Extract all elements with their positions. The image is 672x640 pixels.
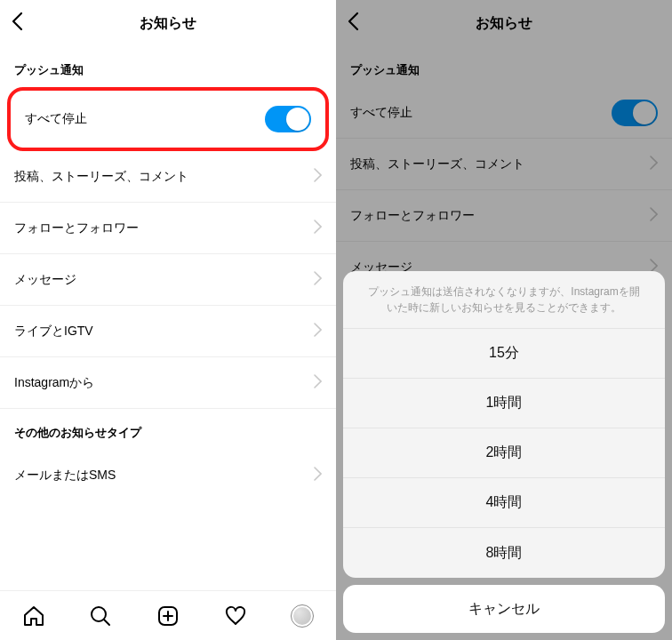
row-label: Instagramから: [14, 375, 94, 391]
chevron-left-icon: [11, 12, 23, 31]
heart-icon: [224, 604, 247, 628]
back-button[interactable]: [11, 12, 23, 35]
row-label: メッセージ: [14, 272, 76, 288]
screen-left: お知らせ プッシュ通知 すべて停止 投稿、ストーリーズ、コメント フォローとフォ…: [0, 0, 336, 640]
row-label: メールまたはSMS: [14, 468, 116, 484]
search-icon: [89, 604, 112, 628]
header: お知らせ: [0, 0, 336, 46]
plus-square-icon: [156, 604, 180, 628]
settings-list: プッシュ通知 すべて停止 投稿、ストーリーズ、コメント フォローとフォロワー メ…: [0, 46, 336, 590]
sheet-cancel-button[interactable]: キャンセル: [343, 585, 665, 633]
toggle-pause-all[interactable]: [265, 106, 311, 132]
sheet-message: プッシュ通知は送信されなくなりますが、Instagramを開いた時に新しいお知ら…: [343, 271, 665, 329]
sheet-option-8h[interactable]: 8時間: [343, 528, 665, 578]
sheet-option-1h[interactable]: 1時間: [343, 379, 665, 428]
page-title: お知らせ: [140, 14, 196, 33]
section-header-push: プッシュ通知: [0, 46, 336, 87]
chevron-right-icon: [314, 467, 322, 484]
row-label: フォローとフォロワー: [14, 220, 139, 236]
row-follow[interactable]: フォローとフォロワー: [0, 203, 336, 254]
tab-home[interactable]: [14, 596, 53, 636]
chevron-right-icon: [314, 168, 322, 186]
row-from-instagram[interactable]: Instagramから: [0, 357, 336, 409]
tab-activity[interactable]: [216, 596, 255, 636]
profile-avatar-icon: [291, 604, 314, 628]
row-live[interactable]: ライブとIGTV: [0, 306, 336, 357]
action-sheet: プッシュ通知は送信されなくなりますが、Instagramを開いた時に新しいお知ら…: [343, 271, 665, 633]
bottom-tabbar: [0, 590, 336, 640]
chevron-right-icon: [314, 271, 322, 289]
row-posts[interactable]: 投稿、ストーリーズ、コメント: [0, 151, 336, 203]
toggle-knob: [286, 108, 309, 131]
tab-profile[interactable]: [283, 596, 322, 636]
chevron-right-icon: [314, 323, 322, 340]
row-pause-all[interactable]: すべて停止: [11, 91, 325, 148]
tab-new-post[interactable]: [148, 596, 188, 636]
tab-search[interactable]: [81, 596, 120, 636]
sheet-option-15m[interactable]: 15分: [343, 329, 665, 379]
sheet-option-4h[interactable]: 4時間: [343, 478, 665, 528]
highlight-annotation: すべて停止: [7, 87, 329, 151]
row-messages[interactable]: メッセージ: [0, 254, 336, 306]
chevron-right-icon: [314, 220, 322, 237]
row-label: すべて停止: [25, 111, 87, 127]
screen-right: お知らせ プッシュ通知 すべて停止 投稿、ストーリーズ、コメント フォローとフォ…: [336, 0, 672, 640]
home-icon: [22, 604, 45, 628]
sheet-option-2h[interactable]: 2時間: [343, 428, 665, 478]
row-email-sms[interactable]: メールまたはSMS: [0, 450, 336, 501]
section-header-other: その他のお知らせタイプ: [0, 409, 336, 450]
row-label: 投稿、ストーリーズ、コメント: [14, 169, 188, 185]
row-label: ライブとIGTV: [14, 324, 93, 340]
sheet-body: プッシュ通知は送信されなくなりますが、Instagramを開いた時に新しいお知ら…: [343, 271, 665, 578]
chevron-right-icon: [314, 374, 322, 392]
